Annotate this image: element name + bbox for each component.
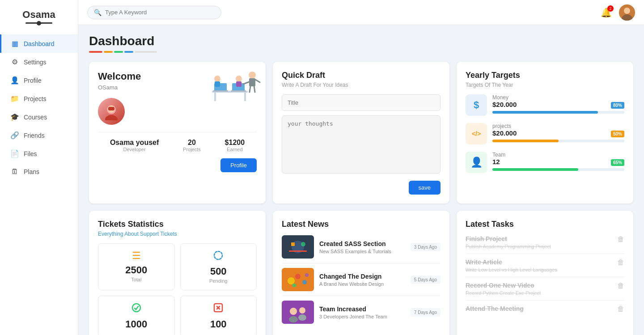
sidebar-brand: Osama [22, 9, 55, 21]
svg-point-36 [295, 274, 301, 279]
news-info-team: Team Increased 3 Developers Joined The T… [319, 305, 405, 319]
svg-point-41 [290, 308, 297, 315]
svg-line-19 [254, 86, 255, 92]
welcome-avatar-svg [102, 102, 120, 120]
news-thumb-team-img [284, 302, 311, 322]
ticket-pending: 500 Pending [180, 243, 257, 290]
sidebar-item-courses[interactable]: 🎓 Courses [0, 108, 78, 126]
task-attend-meeting: Attend The Meeting 🗑 [466, 301, 624, 318]
title-bar-orange [104, 51, 113, 53]
sidebar-nav: ▦ Dashboard ⚙ Settings 👤 Profile 📁 Proje… [0, 34, 78, 181]
task-attend-delete[interactable]: 🗑 [617, 305, 624, 313]
main-area: 🔍 🔔 2 Dashboard [78, 0, 644, 335]
svg-point-37 [302, 280, 307, 284]
ticket-pending-icon [187, 250, 250, 263]
task-finish-delete[interactable]: 🗑 [617, 235, 624, 243]
svg-point-42 [289, 316, 298, 322]
target-item-projects: </> projects $20.000 50% [466, 123, 624, 144]
sidebar: Osama ▦ Dashboard ⚙ Settings 👤 Profile 📁… [0, 0, 78, 335]
search-input[interactable] [105, 9, 215, 16]
latest-news-title: Latest News [282, 220, 441, 229]
tickets-grid: ☰ 2500 Total 500 Pending [98, 243, 257, 335]
sidebar-item-label: Plans [24, 168, 39, 175]
sidebar-item-plans[interactable]: 🗓 Plans [0, 163, 78, 181]
bottom-row: Tickets Statistics Everything About Supp… [89, 211, 633, 335]
ticket-success-value: 1000 [105, 318, 168, 330]
profile-button[interactable]: Profile [220, 158, 257, 172]
svg-rect-4 [214, 92, 216, 101]
tickets-subtitle: Everything About Support Tickets [98, 231, 257, 237]
welcome-stat-earned: $1200 Earned [225, 139, 245, 152]
news-date-sass: 3 Days Ago [411, 243, 441, 251]
tickets-title: Tickets Statistics [98, 220, 257, 229]
svg-rect-23 [108, 107, 114, 110]
sidebar-item-friends[interactable]: 🔗 Friends [0, 126, 78, 144]
settings-icon: ⚙ [10, 58, 19, 66]
quick-draft-title: Quick Draft [282, 71, 441, 80]
sidebar-item-profile[interactable]: 👤 Profile [0, 71, 78, 89]
svg-point-8 [214, 76, 220, 82]
welcome-stats: Osama yousef Developer 20 Projects $1200… [98, 132, 257, 152]
plans-icon: 🗓 [10, 168, 19, 176]
title-bar-blue [124, 51, 133, 53]
courses-icon: 🎓 [10, 113, 19, 121]
money-info: Money $20.000 80% [492, 94, 624, 114]
task-write-delete[interactable]: 🗑 [617, 259, 624, 267]
search-icon: 🔍 [94, 9, 102, 16]
sidebar-item-label: Projects [24, 95, 47, 102]
sidebar-item-dashboard[interactable]: ▦ Dashboard [0, 34, 78, 53]
user-avatar[interactable] [619, 4, 635, 21]
welcome-stat-projects: 20 Projects [183, 139, 201, 152]
task-write-info: Write Article Write Low Level vs High Le… [466, 259, 557, 272]
team-info: Team 12 65% [492, 152, 624, 171]
projects-icon: 📁 [10, 94, 19, 103]
title-bar-gray [135, 51, 157, 53]
sidebar-item-label: Courses [24, 114, 47, 121]
svg-line-16 [243, 82, 249, 84]
yearly-targets-title: Yearly Targets [466, 71, 624, 80]
welcome-stat-name: Osama yousef Developer [110, 139, 159, 152]
news-thumb-design [282, 268, 314, 291]
target-item-money: $ Money $20.000 80% [466, 94, 624, 116]
projects-code-icon: </> [472, 130, 481, 137]
ticket-pending-label: Pending [187, 278, 250, 284]
ticket-success: 1000 [98, 296, 175, 335]
task-record-delete[interactable]: 🗑 [617, 282, 624, 290]
title-bar-red [89, 51, 102, 53]
svg-rect-11 [231, 90, 246, 92]
sidebar-item-label: Profile [24, 77, 42, 84]
news-info-sass: Created SASS Section New SASS Examples &… [319, 240, 405, 254]
welcome-avatar [98, 98, 125, 125]
draft-title-input[interactable] [282, 94, 441, 111]
task-attend-info: Attend The Meeting [466, 305, 524, 314]
draft-thoughts-textarea[interactable] [282, 115, 441, 174]
ticket-total-icon: ☰ [105, 250, 168, 262]
welcome-illustration [203, 66, 261, 106]
projects-info: projects $20.000 50% [492, 123, 624, 142]
files-icon: 📄 [10, 149, 19, 158]
sidebar-item-files[interactable]: 📄 Files [0, 144, 78, 163]
svg-rect-40 [284, 302, 311, 322]
team-progress-bg: 65% [492, 168, 624, 171]
svg-point-21 [105, 115, 118, 120]
latest-tasks-title: Latest Tasks [466, 220, 624, 229]
ticket-total-label: Total [105, 277, 168, 282]
top-row: Welcome OSama Osama yousef Developer [89, 62, 633, 204]
money-icon-box: $ [466, 94, 487, 116]
search-wrapper[interactable]: 🔍 [87, 6, 221, 19]
svg-rect-5 [244, 92, 246, 101]
svg-point-25 [132, 304, 140, 312]
save-draft-button[interactable]: save [409, 181, 441, 195]
notification-button[interactable]: 🔔 2 [601, 7, 612, 18]
content-area: Dashboard [78, 25, 644, 335]
latest-news-card: Latest News Created SASS Section [273, 211, 449, 335]
svg-point-33 [301, 242, 305, 246]
projects-icon-box: </> [466, 123, 487, 144]
ticket-error-value: 100 [187, 318, 250, 330]
target-item-team: 👤 Team 12 65% [466, 152, 624, 173]
news-item-team: Team Increased 3 Developers Joined The T… [282, 296, 441, 328]
topbar: 🔍 🔔 2 [78, 0, 644, 25]
sidebar-item-projects[interactable]: 📁 Projects [0, 89, 78, 108]
sidebar-item-settings[interactable]: ⚙ Settings [0, 53, 78, 71]
title-bar-green [114, 51, 123, 53]
